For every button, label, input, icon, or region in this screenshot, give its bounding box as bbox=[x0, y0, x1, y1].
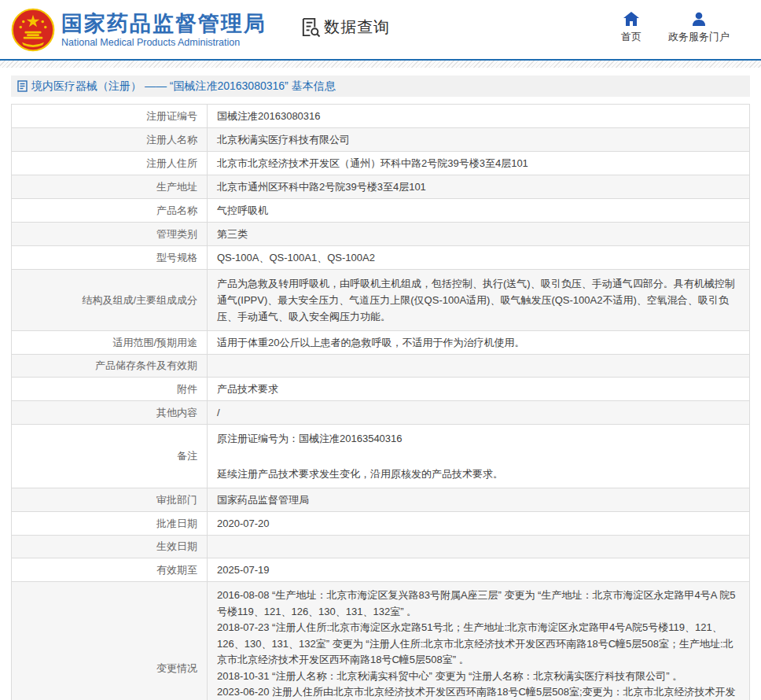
row-label: 适用范围/预期用途 bbox=[12, 331, 208, 354]
row-label: 注册证编号 bbox=[12, 105, 208, 127]
row-label: 产品名称 bbox=[12, 199, 208, 222]
row-label: 型号规格 bbox=[12, 246, 208, 269]
hatch-stripe-band bbox=[0, 61, 761, 68]
row-value: 产品技术要求 bbox=[208, 378, 749, 400]
row-value: 原注册证编号为：国械注准20163540316 延续注册产品技术要求发生变化，沿… bbox=[208, 425, 749, 488]
table-row: 附件 产品技术要求 bbox=[12, 378, 749, 401]
row-label: 附件 bbox=[12, 378, 208, 400]
nav-gov-portal-label: 政务服务门户 bbox=[668, 30, 730, 44]
row-value: 气控呼吸机 bbox=[208, 199, 749, 222]
change-record: 2016-08-08 “生产地址：北京市海淀区复兴路83号附属A座三层” 变更为… bbox=[217, 588, 740, 620]
table-row: 有效期至 2025-07-19 bbox=[12, 558, 749, 582]
row-value: 适用于体重20公斤以上患者的急救呼吸，不适用于作为治疗机使用。 bbox=[208, 331, 749, 354]
org-names: 国家药品监督管理局 National Medical Products Admi… bbox=[61, 12, 267, 48]
row-value: 2020-07-20 bbox=[208, 512, 749, 535]
nmpa-emblem-logo[interactable] bbox=[11, 8, 55, 52]
row-value: 2025-07-19 bbox=[208, 558, 749, 581]
row-value: / bbox=[208, 401, 749, 424]
row-value: 第三类 bbox=[208, 223, 749, 245]
registration-detail-table: 注册证编号 国械注准20163080316 注册人名称 北京秋满实医疗科技有限公… bbox=[11, 104, 750, 700]
org-name-cn: 国家药品监督管理局 bbox=[61, 12, 267, 35]
row-label: 注册人住所 bbox=[12, 152, 208, 175]
row-label: 审批部门 bbox=[12, 488, 208, 511]
org-name-en: National Medical Products Administration bbox=[61, 37, 267, 48]
home-icon bbox=[623, 12, 639, 26]
change-record: 2018-07-23 “注册人住所:北京市海淀区永定路51号北；生产地址:北京市… bbox=[217, 620, 740, 669]
data-query-label: 数据查询 bbox=[324, 17, 390, 38]
row-value: 2016-08-08 “生产地址：北京市海淀区复兴路83号附属A座三层” 变更为… bbox=[208, 582, 749, 700]
row-label: 管理类别 bbox=[12, 223, 208, 245]
data-query-section[interactable]: 数据查询 bbox=[300, 17, 390, 38]
row-label: 产品储存条件及有效期 bbox=[12, 355, 208, 377]
row-value bbox=[208, 536, 749, 558]
row-value: 北京秋满实医疗科技有限公司 bbox=[208, 128, 749, 151]
table-row: 审批部门 国家药品监督管理局 bbox=[12, 488, 749, 512]
row-label: 生效日期 bbox=[12, 536, 208, 558]
header-nav: 首页 政务服务门户 bbox=[621, 12, 750, 44]
table-row: 注册人住所 北京市北京经济技术开发区（通州）环科中路2号院39号楼3至4层101 bbox=[12, 152, 749, 175]
row-label: 其他内容 bbox=[12, 401, 208, 424]
table-row: 注册人名称 北京秋满实医疗科技有限公司 bbox=[12, 128, 749, 152]
table-row: 产品储存条件及有效期 bbox=[12, 355, 749, 378]
row-label: 有效期至 bbox=[12, 558, 208, 581]
data-query-icon bbox=[300, 17, 321, 38]
table-row: 批准日期 2020-07-20 bbox=[12, 512, 749, 536]
row-label: 结构及组成/主要组成成分 bbox=[12, 270, 208, 330]
row-value: 产品为急救及转用呼吸机，由呼吸机主机组成，包括控制、执行(送气)、吸引负压、手动… bbox=[208, 270, 749, 330]
table-row: 适用范围/预期用途 适用于体重20公斤以上患者的急救呼吸，不适用于作为治疗机使用… bbox=[12, 331, 749, 355]
table-row: 产品名称 气控呼吸机 bbox=[12, 199, 749, 223]
change-record: 2018-10-31 “注册人名称：北京秋满实科贸中心” 变更为 “注册人名称：… bbox=[217, 669, 740, 685]
change-record: 2023-06-20 注册人住所由北京市北京经济技术开发区西环南路18号C幢5层… bbox=[217, 684, 740, 700]
table-row-changes: 变更情况 2016-08-08 “生产地址：北京市海淀区复兴路83号附属A座三层… bbox=[12, 582, 749, 700]
table-row: 生效日期 bbox=[12, 536, 749, 558]
nav-gov-portal[interactable]: 政务服务门户 bbox=[668, 12, 730, 44]
row-value: QS-100A、QS-100A1、QS-100A2 bbox=[208, 246, 749, 269]
table-row: 管理类别 第三类 bbox=[12, 223, 749, 246]
nav-home[interactable]: 首页 bbox=[621, 12, 642, 44]
row-value bbox=[208, 355, 749, 377]
nav-home-label: 首页 bbox=[621, 30, 642, 44]
national-emblem-icon bbox=[11, 8, 55, 52]
row-label: 注册人名称 bbox=[12, 128, 208, 151]
remark-line: 延续注册产品技术要求发生变化，沿用原核发的产品技术要求。 bbox=[217, 466, 740, 482]
row-value: 国家药品监督管理局 bbox=[208, 488, 749, 511]
table-row-remarks: 备注 原注册证编号为：国械注准20163540316 延续注册产品技术要求发生变… bbox=[12, 425, 749, 488]
breadcrumb: 境内医疗器械（注册） —— “国械注准20163080316” 基本信息 bbox=[11, 76, 750, 97]
table-row: 生产地址 北京市通州区环科中路2号院39号楼3至4层101 bbox=[12, 175, 749, 199]
row-label: 批准日期 bbox=[12, 512, 208, 535]
user-icon bbox=[691, 12, 707, 26]
remark-line: 原注册证编号为：国械注准20163540316 bbox=[217, 430, 740, 447]
row-value: 北京市北京经济技术开发区（通州）环科中路2号院39号楼3至4层101 bbox=[208, 152, 749, 175]
table-row: 型号规格 QS-100A、QS-100A1、QS-100A2 bbox=[12, 246, 749, 270]
row-label: 备注 bbox=[12, 425, 208, 488]
table-row: 其他内容 / bbox=[12, 401, 749, 425]
site-header: 国家药品监督管理局 National Medical Products Admi… bbox=[0, 0, 761, 59]
document-icon bbox=[17, 80, 28, 92]
table-row: 注册证编号 国械注准20163080316 bbox=[12, 105, 749, 128]
row-label: 变更情况 bbox=[12, 582, 208, 700]
page-title: 境内医疗器械（注册） —— “国械注准20163080316” 基本信息 bbox=[31, 79, 336, 94]
table-row: 结构及组成/主要组成成分 产品为急救及转用呼吸机，由呼吸机主机组成，包括控制、执… bbox=[12, 270, 749, 331]
row-value: 国械注准20163080316 bbox=[208, 105, 749, 127]
row-value: 北京市通州区环科中路2号院39号楼3至4层101 bbox=[208, 175, 749, 198]
row-label: 生产地址 bbox=[12, 175, 208, 198]
